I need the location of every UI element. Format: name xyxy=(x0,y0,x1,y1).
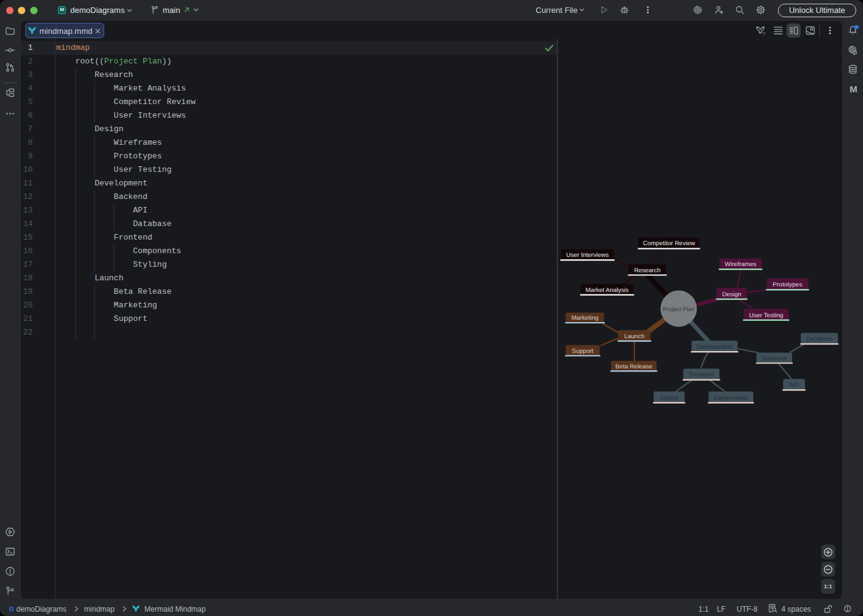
svg-text:User Interviews: User Interviews xyxy=(566,252,609,259)
svg-text:Styling: Styling xyxy=(660,395,678,402)
svg-text:Project Plan: Project Plan xyxy=(663,306,694,313)
svg-text:Wireframes: Wireframes xyxy=(725,261,756,268)
svg-text:Marketing: Marketing xyxy=(571,315,599,322)
svg-text:Research: Research xyxy=(634,267,661,274)
svg-text:Frontend: Frontend xyxy=(689,371,714,378)
svg-text:Backend: Backend xyxy=(763,355,787,362)
svg-text:API: API xyxy=(789,382,799,389)
svg-text:Support: Support xyxy=(572,348,594,355)
svg-text:Beta Release: Beta Release xyxy=(615,363,652,370)
svg-text:Design: Design xyxy=(722,291,741,298)
svg-text:Prototypes: Prototypes xyxy=(773,282,803,288)
svg-text:Launch: Launch xyxy=(624,333,645,340)
svg-text:Development: Development xyxy=(697,344,733,351)
svg-text:Competitor Review: Competitor Review xyxy=(643,240,695,247)
svg-text:?: ? xyxy=(763,31,766,36)
svg-text:User Testing: User Testing xyxy=(749,312,783,319)
svg-text:Market Analysis: Market Analysis xyxy=(586,287,629,294)
svg-text:Components: Components xyxy=(713,395,748,402)
svg-text:Database: Database xyxy=(806,336,833,342)
